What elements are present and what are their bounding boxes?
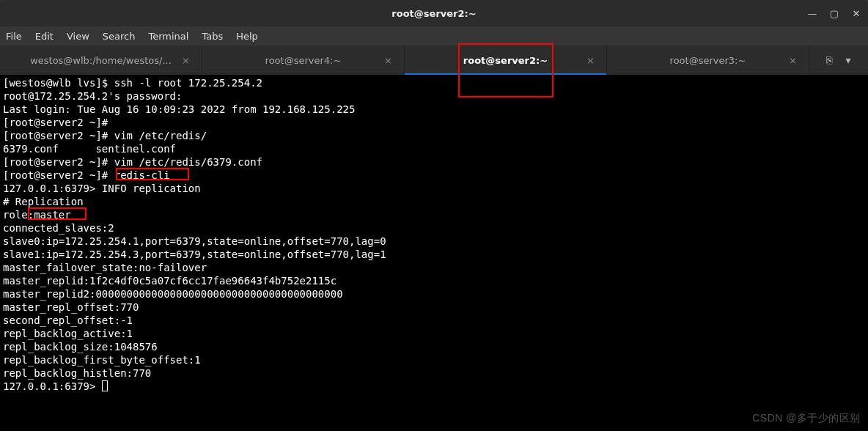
tab-server3[interactable]: root@server3:~ ×: [607, 45, 809, 75]
window-title: root@server2:~: [391, 8, 476, 19]
menu-terminal[interactable]: Terminal: [148, 31, 188, 42]
broadcast-icon[interactable]: ⎘: [826, 54, 832, 66]
cursor-icon: [102, 380, 108, 391]
terminal-line: [root@server2 ~]# vim /etc/redis/6379.co…: [3, 156, 268, 168]
window-controls: — ▢ ✕: [806, 0, 862, 26]
menu-search[interactable]: Search: [103, 31, 136, 42]
terminal-line: second_repl_offset:-1: [3, 314, 133, 326]
terminal-prompt: [root@server2 ~]#: [3, 169, 114, 181]
tab-extras: ⎘ ▾: [809, 45, 868, 75]
terminal-line: Last login: Tue Aug 16 10:09:23 2022 fro…: [3, 103, 355, 115]
terminal-line: connected_slaves:2: [3, 222, 114, 234]
terminal-line: 127.0.0.1:6379> INFO replication: [3, 183, 201, 194]
terminal-line: [root@server2 ~]#: [3, 117, 114, 128]
terminal-line: slave1:ip=172.25.254.3,port=6379,state=o…: [3, 248, 386, 260]
tab-label: westos@wlb:/home/westos/...: [30, 55, 172, 66]
terminal-role-label: role:: [3, 209, 34, 221]
terminal-line: repl_backlog_active:1: [3, 328, 133, 339]
tab-server2[interactable]: root@server2:~ ×: [405, 45, 607, 75]
terminal-line: [westos@wlb lvs]$ ssh -l root 172.25.254…: [3, 77, 262, 89]
menu-file[interactable]: File: [6, 31, 22, 42]
terminal-line: repl_backlog_histlen:770: [3, 367, 151, 379]
menu-help[interactable]: Help: [236, 31, 258, 42]
menu-tabs[interactable]: Tabs: [202, 31, 223, 42]
close-button[interactable]: ✕: [850, 7, 862, 19]
terminal-line: root@172.25.254.2's password:: [3, 90, 188, 102]
terminal-role-value: master: [34, 209, 71, 221]
terminal-line: [root@server2 ~]# vim /etc/redis/: [3, 130, 207, 141]
watermark: CSDN @多于少的区别: [752, 412, 861, 425]
menubar: File Edit View Search Terminal Tabs Help: [0, 26, 868, 45]
terminal-line: master_failover_state:no-failover: [3, 262, 207, 273]
tab-bar: westos@wlb:/home/westos/... × root@serve…: [0, 45, 868, 75]
maximize-button[interactable]: ▢: [828, 7, 840, 19]
terminal-cmd-rediscli: redis-cli: [114, 169, 170, 181]
terminal-line: 6379.conf sentinel.conf: [3, 143, 188, 155]
terminal-line: master_replid:1f2c4df0c5a07cf6cc17fae966…: [3, 275, 336, 287]
terminal-line: slave0:ip=172.25.254.1,port=6379,state=o…: [3, 235, 386, 247]
terminal-line: repl_backlog_size:1048576: [3, 341, 158, 353]
tab-menu-icon[interactable]: ▾: [845, 54, 850, 66]
close-icon[interactable]: ×: [384, 55, 392, 66]
terminal-line: master_repl_offset:770: [3, 301, 139, 313]
terminal-line: repl_backlog_first_byte_offset:1: [3, 354, 201, 366]
close-icon[interactable]: ×: [789, 55, 797, 66]
minimize-button[interactable]: —: [806, 7, 818, 19]
terminal-line: # Replication: [3, 196, 84, 207]
menu-view[interactable]: View: [67, 31, 89, 42]
titlebar: root@server2:~ — ▢ ✕: [0, 0, 868, 26]
terminal-prompt: 127.0.0.1:6379>: [3, 380, 102, 392]
tab-server4[interactable]: root@server4:~ ×: [202, 45, 405, 75]
close-icon[interactable]: ×: [182, 55, 190, 66]
tab-label: root@server4:~: [265, 55, 342, 66]
close-icon[interactable]: ×: [586, 55, 595, 66]
menu-edit[interactable]: Edit: [35, 31, 54, 42]
terminal-line: master_replid2:0000000000000000000000000…: [3, 288, 343, 300]
tab-label: root@server3:~: [670, 55, 746, 66]
tab-label: root@server2:~: [463, 55, 548, 66]
tab-westos[interactable]: westos@wlb:/home/westos/... ×: [0, 45, 202, 75]
terminal-pane[interactable]: [westos@wlb lvs]$ ssh -l root 172.25.254…: [0, 75, 868, 431]
